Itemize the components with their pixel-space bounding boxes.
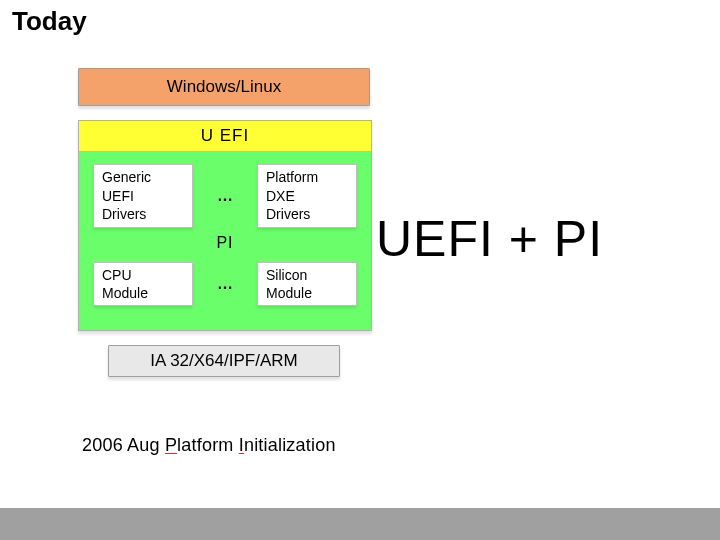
driver-row: Generic UEFI Drivers … Platform DXE Driv… xyxy=(79,164,371,228)
modules-ellipsis: … xyxy=(213,275,237,293)
module-row: CPU Module … Silicon Module xyxy=(79,262,371,306)
slide-title: Today xyxy=(12,6,87,37)
headline: UEFI + PI xyxy=(376,210,603,268)
silicon-module-box: Silicon Module xyxy=(257,262,357,306)
cpu-module-box: CPU Module xyxy=(93,262,193,306)
generic-uefi-drivers-box: Generic UEFI Drivers xyxy=(93,164,193,228)
caption-p-rest: latform xyxy=(177,435,239,455)
architecture-diagram: Windows/Linux U EFI Generic UEFI Drivers… xyxy=(78,68,370,377)
caption: 2006 Aug Platform Initialization xyxy=(82,435,336,456)
pi-band: PI xyxy=(79,228,371,258)
os-layer-box: Windows/Linux xyxy=(78,68,370,106)
caption-p-initial: P xyxy=(165,435,177,455)
firmware-layer: U EFI Generic UEFI Drivers … Platform DX… xyxy=(78,120,372,331)
caption-i-rest: nitialization xyxy=(244,435,336,455)
uefi-band: U EFI xyxy=(79,121,371,152)
caption-prefix: 2006 Aug xyxy=(82,435,165,455)
architecture-list-box: IA 32/X64/IPF/ARM xyxy=(108,345,340,377)
drivers-ellipsis: … xyxy=(213,187,237,205)
platform-dxe-drivers-box: Platform DXE Drivers xyxy=(257,164,357,228)
footer-bar xyxy=(0,508,720,540)
